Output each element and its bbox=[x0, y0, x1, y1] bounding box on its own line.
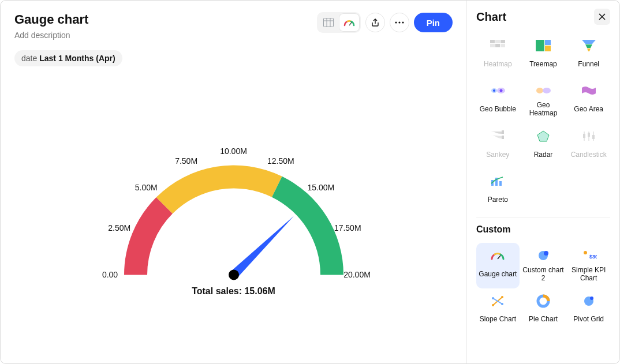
custom-section-title: Custom bbox=[476, 224, 610, 235]
svg-rect-29 bbox=[502, 130, 504, 134]
svg-line-4 bbox=[349, 22, 352, 25]
chart-type-grid-builtin: HeatmapTreemapFunnelGeo BubbleGeo Heatma… bbox=[476, 33, 610, 213]
gauge-mini-icon bbox=[343, 18, 355, 27]
chart-type-gauge-chart[interactable]: Gauge chart bbox=[476, 243, 520, 288]
svg-point-26 bbox=[500, 89, 503, 92]
view-mode-toggle bbox=[317, 12, 361, 33]
chart-type-label: Geo Heatmap bbox=[522, 101, 565, 118]
svg-rect-16 bbox=[501, 44, 505, 47]
view-table-button[interactable] bbox=[318, 13, 339, 32]
svg-line-41 bbox=[498, 256, 501, 259]
gauge-tick-label: 5.00M bbox=[135, 183, 158, 192]
svg-point-5 bbox=[395, 21, 397, 23]
svg-text:$300: $300 bbox=[589, 254, 597, 260]
chart-type-label: Pie Chart bbox=[529, 312, 558, 328]
svg-point-6 bbox=[398, 21, 400, 23]
gauge-tick-label: 17.50M bbox=[334, 223, 361, 232]
chart-type-icon bbox=[581, 294, 597, 308]
svg-point-43 bbox=[544, 251, 548, 256]
svg-rect-14 bbox=[490, 44, 495, 47]
svg-marker-22 bbox=[587, 48, 591, 51]
svg-rect-12 bbox=[495, 40, 500, 43]
chart-type-label: Sankey bbox=[486, 147, 509, 163]
chart-type-panel: Chart HeatmapTreemapFunnelGeo BubbleGeo … bbox=[466, 1, 619, 363]
gauge-tick-label: 7.50M bbox=[175, 156, 197, 166]
chart-type-pivot-grid[interactable]: Pivot Grid bbox=[567, 288, 610, 333]
svg-rect-15 bbox=[495, 44, 500, 47]
chart-type-label: Radar bbox=[534, 147, 553, 163]
svg-point-27 bbox=[536, 88, 543, 93]
chart-type-slope-chart[interactable]: Slope Chart bbox=[476, 288, 520, 333]
svg-rect-18 bbox=[545, 40, 551, 45]
chart-type-treemap[interactable]: Treemap bbox=[522, 33, 565, 78]
share-icon bbox=[371, 18, 380, 27]
svg-rect-37 bbox=[592, 135, 595, 139]
chart-type-icon: $300 bbox=[581, 249, 597, 262]
view-chart-button[interactable] bbox=[339, 13, 360, 32]
svg-point-7 bbox=[402, 21, 404, 23]
chart-type-label: Candlestick bbox=[571, 147, 607, 163]
chart-type-sankey: Sankey bbox=[476, 123, 520, 168]
svg-point-54 bbox=[590, 297, 593, 300]
chart-type-radar[interactable]: Radar bbox=[522, 123, 565, 168]
chart-type-icon bbox=[581, 129, 597, 143]
more-button[interactable] bbox=[390, 13, 409, 32]
chart-type-candlestick: Candlestick bbox=[567, 123, 610, 168]
description-placeholder[interactable]: Add description bbox=[14, 31, 88, 40]
share-button[interactable] bbox=[365, 13, 385, 32]
chart-type-icon bbox=[490, 84, 506, 97]
chart-type-funnel[interactable]: Funnel bbox=[567, 33, 610, 78]
chart-type-label: Treemap bbox=[529, 56, 557, 72]
gauge-tick-label: 0.00 bbox=[102, 270, 118, 279]
chart-type-icon bbox=[535, 129, 551, 143]
chart-type-geo-bubble[interactable]: Geo Bubble bbox=[476, 78, 520, 123]
chart-type-geo-heatmap[interactable]: Geo Heatmap bbox=[522, 78, 565, 123]
svg-point-8 bbox=[229, 269, 239, 280]
svg-point-49 bbox=[501, 296, 503, 298]
chart-type-simple-kpi-chart[interactable]: $300Simple KPI Chart bbox=[567, 243, 610, 288]
svg-marker-21 bbox=[585, 44, 592, 48]
chart-type-geo-area[interactable]: Geo Area bbox=[567, 78, 610, 123]
panel-title: Chart bbox=[476, 10, 506, 24]
svg-rect-11 bbox=[490, 40, 495, 43]
svg-rect-35 bbox=[588, 133, 590, 137]
chart-type-icon bbox=[535, 39, 551, 52]
chart-type-pie-chart[interactable]: Pie Chart bbox=[522, 288, 565, 333]
svg-rect-30 bbox=[502, 136, 504, 139]
chart-type-grid-custom: Gauge chartCustom chart 2$300Simple KPI … bbox=[476, 243, 610, 333]
gauge-svg bbox=[84, 113, 384, 303]
pin-button[interactable]: Pin bbox=[414, 13, 453, 32]
chart-type-label: Geo Bubble bbox=[480, 101, 516, 117]
chart-type-label: Heatmap bbox=[484, 56, 512, 72]
gauge-needle bbox=[230, 216, 294, 278]
gauge-tick-label: 20.00M bbox=[343, 270, 371, 279]
filter-chip-key: date bbox=[21, 54, 37, 63]
chart-type-label: Funnel bbox=[578, 56, 599, 72]
chart-type-label: Geo Area bbox=[574, 101, 603, 117]
chart-type-label: Custom chart 2 bbox=[522, 266, 565, 283]
chart-type-icon bbox=[535, 249, 551, 262]
chart-type-icon bbox=[535, 84, 551, 97]
gauge-tick-label: 2.50M bbox=[108, 223, 130, 232]
close-icon bbox=[599, 13, 606, 20]
chart-type-custom-chart-2[interactable]: Custom chart 2 bbox=[522, 243, 565, 288]
filter-chip-value: Last 1 Months (Apr) bbox=[39, 54, 115, 63]
svg-rect-0 bbox=[323, 18, 333, 27]
svg-point-28 bbox=[543, 88, 551, 93]
chart-type-pareto[interactable]: Pareto bbox=[476, 168, 520, 213]
svg-line-47 bbox=[493, 298, 502, 304]
svg-marker-20 bbox=[582, 40, 596, 44]
chart-type-icon bbox=[490, 294, 506, 308]
chart-type-icon bbox=[490, 249, 506, 262]
svg-rect-33 bbox=[583, 134, 585, 138]
table-icon bbox=[323, 18, 334, 27]
svg-point-44 bbox=[584, 251, 587, 254]
chart-type-label: Slope Chart bbox=[480, 312, 516, 328]
filter-chip-date[interactable]: date Last 1 Months (Apr) bbox=[14, 50, 122, 66]
chart-type-label: Simple KPI Chart bbox=[567, 266, 610, 283]
svg-point-50 bbox=[492, 297, 494, 299]
panel-close-button[interactable] bbox=[594, 9, 610, 25]
gauge-chart: Total sales: 15.06M 0.002.50M5.00M7.50M1… bbox=[14, 66, 453, 320]
dots-icon bbox=[395, 21, 404, 24]
gauge-tick-label: 15.00M bbox=[307, 183, 334, 192]
